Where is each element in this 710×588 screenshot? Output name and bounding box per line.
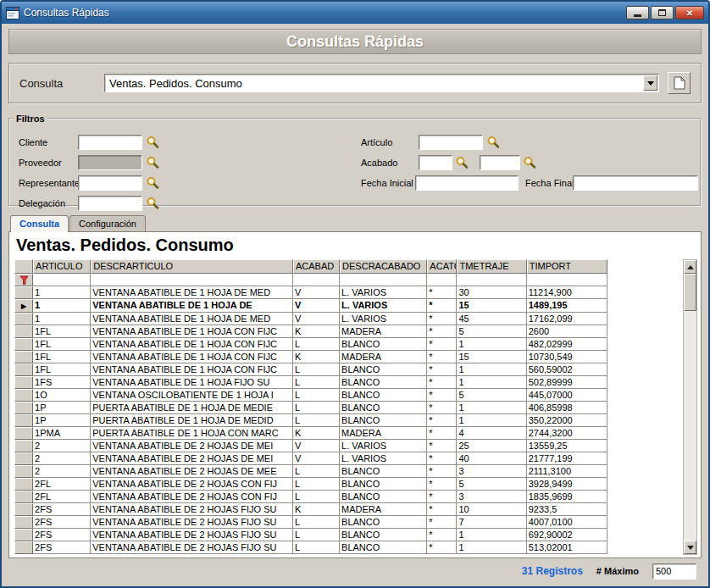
cell[interactable]: *: [427, 414, 457, 427]
cell[interactable]: 692,90002: [527, 529, 607, 541]
cell[interactable]: VENTANA ABATIBLE DE 1 HOJA DE MED: [91, 286, 293, 299]
cell[interactable]: 1: [33, 299, 91, 313]
cell[interactable]: 482,02999: [527, 338, 607, 351]
row-selector[interactable]: [14, 376, 33, 389]
cell[interactable]: VENTANA ABATIBLE DE 1 HOJA CON FIJC: [91, 325, 293, 338]
cell[interactable]: 1: [457, 363, 526, 376]
cell[interactable]: 1835,9699: [527, 491, 607, 503]
cell[interactable]: BLANCO: [340, 491, 427, 503]
cell[interactable]: 1: [457, 402, 526, 414]
cell[interactable]: *: [427, 299, 457, 313]
scroll-up-button[interactable]: [684, 260, 696, 274]
cell[interactable]: V: [293, 286, 340, 299]
cell[interactable]: K: [293, 503, 340, 516]
proveedor-search-icon[interactable]: [146, 156, 159, 169]
cell[interactable]: 13559,25: [527, 440, 607, 452]
filter-cell[interactable]: [33, 274, 91, 286]
vertical-scrollbar[interactable]: [683, 259, 697, 555]
close-button[interactable]: ✕: [675, 6, 704, 19]
cell[interactable]: VENTANA ABATIBLE DE 1 HOJA CON FIJC: [91, 338, 293, 351]
cell[interactable]: BLANCO: [340, 516, 427, 529]
cell[interactable]: L: [293, 491, 340, 503]
articulo-search-icon[interactable]: [486, 136, 500, 149]
cell[interactable]: *: [427, 376, 457, 389]
acabado-search2-icon[interactable]: [523, 156, 536, 169]
cell[interactable]: L: [293, 363, 340, 376]
cell[interactable]: *: [427, 402, 457, 414]
cell[interactable]: 1: [457, 376, 526, 389]
cell[interactable]: 2111,3100: [527, 465, 607, 478]
cell[interactable]: *: [427, 465, 457, 478]
cell[interactable]: BLANCO: [340, 529, 427, 541]
row-selector[interactable]: [14, 338, 33, 351]
cell[interactable]: 1FL: [33, 338, 91, 351]
cell[interactable]: VENTANA ABATIBLE DE 1 HOJA FIJO SU: [91, 376, 293, 389]
cell[interactable]: MADERA: [340, 503, 427, 516]
cell[interactable]: 2: [33, 440, 91, 452]
cell[interactable]: *: [427, 389, 457, 402]
filter-cell[interactable]: [340, 274, 427, 286]
cell[interactable]: VENTANA ABATIBLE DE 2 HOJAS FIJO SU: [91, 503, 293, 516]
cell[interactable]: 3: [457, 491, 526, 503]
cell[interactable]: 4: [457, 427, 526, 440]
cell[interactable]: 1: [33, 286, 91, 299]
cell[interactable]: 445,07000: [527, 389, 607, 402]
maximo-input[interactable]: [652, 563, 696, 580]
column-header[interactable]: DESCRACABADO: [340, 259, 427, 274]
cell[interactable]: 4007,0100: [527, 516, 607, 529]
column-header[interactable]: ARTICULO: [33, 259, 91, 274]
row-selector[interactable]: [14, 389, 33, 402]
row-selector[interactable]: [14, 325, 33, 338]
cell[interactable]: *: [427, 338, 457, 351]
cell[interactable]: *: [427, 313, 457, 325]
filter-cell[interactable]: [427, 274, 457, 286]
cell[interactable]: VENTANA ABATIBLE DE 2 HOJAS DE MEE: [91, 465, 293, 478]
cell[interactable]: 1: [457, 338, 526, 351]
cell[interactable]: *: [427, 440, 457, 452]
cell[interactable]: V: [293, 440, 340, 452]
cell[interactable]: VENTANA ABATIBLE DE 2 HOJAS DE MEI: [91, 452, 293, 465]
cell[interactable]: *: [427, 491, 457, 503]
cell[interactable]: *: [427, 286, 457, 299]
filter-cell[interactable]: [293, 274, 340, 286]
acabado-code-input[interactable]: [419, 155, 452, 170]
cell[interactable]: 15: [457, 351, 526, 363]
cell[interactable]: L. VARIOS: [340, 313, 427, 325]
cell[interactable]: 1489,195: [527, 299, 607, 313]
cell[interactable]: 1FL: [33, 363, 91, 376]
cell[interactable]: 25: [457, 440, 526, 452]
row-selector[interactable]: [14, 478, 33, 491]
cell[interactable]: VENTANA ABATIBLE DE 2 HOJAS FIJO SU: [91, 541, 293, 554]
cell[interactable]: 17162,099: [527, 313, 607, 325]
row-selector[interactable]: [14, 465, 33, 478]
cell[interactable]: 1FS: [33, 376, 91, 389]
cell[interactable]: L: [293, 338, 340, 351]
column-header[interactable]: TIMPORT: [527, 259, 607, 274]
cell[interactable]: 513,02001: [527, 541, 607, 554]
scrollbar-thumb[interactable]: [684, 274, 696, 311]
cell[interactable]: V: [293, 452, 340, 465]
corner-cell[interactable]: [14, 259, 33, 274]
row-selector[interactable]: [14, 351, 33, 363]
cell[interactable]: K: [293, 427, 340, 440]
row-selector[interactable]: [14, 541, 33, 554]
row-selector[interactable]: [14, 286, 33, 299]
cell[interactable]: *: [427, 503, 457, 516]
cell[interactable]: 1PMA: [33, 427, 91, 440]
cell[interactable]: *: [427, 541, 457, 554]
cell[interactable]: *: [427, 325, 457, 338]
cell[interactable]: VENTANA ABATIBLE DE 1 HOJA DE MED: [91, 313, 293, 325]
row-selector[interactable]: ▶: [14, 299, 33, 313]
cell[interactable]: BLANCO: [340, 389, 427, 402]
cell[interactable]: K: [293, 325, 340, 338]
cell[interactable]: VENTANA ABATIBLE DE 2 HOJAS FIJO SU: [91, 529, 293, 541]
cell[interactable]: 10: [457, 503, 526, 516]
cell[interactable]: 1O: [33, 389, 91, 402]
delegacion-input[interactable]: [78, 196, 142, 211]
cell[interactable]: 5: [457, 478, 526, 491]
filter-row-header[interactable]: [14, 274, 33, 286]
cell[interactable]: MADERA: [340, 325, 427, 338]
cell[interactable]: *: [427, 478, 457, 491]
cell[interactable]: 45: [457, 313, 526, 325]
cell[interactable]: 1FL: [33, 351, 91, 363]
